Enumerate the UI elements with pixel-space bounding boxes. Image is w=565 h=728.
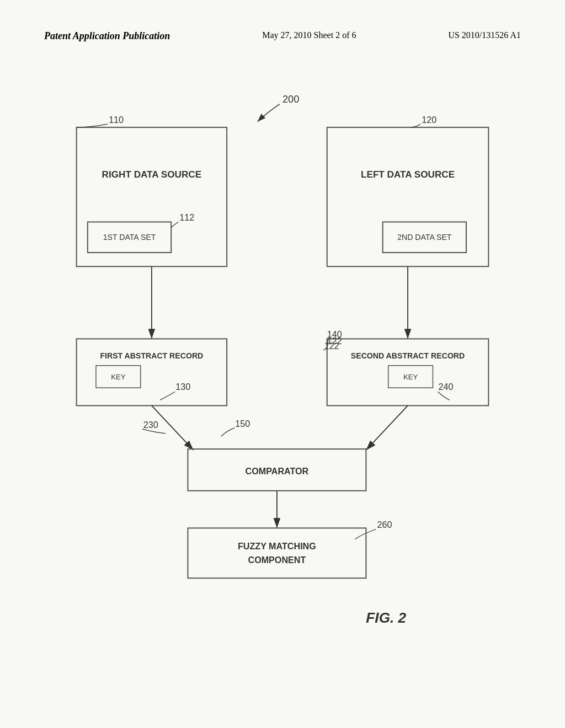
label-150: 150 [235,419,250,429]
label-110: 110 [109,115,124,125]
label-2nd-dataset: 2ND DATA SET [397,233,452,242]
fig-label: FIG. 2 [366,609,406,626]
label-140: 140 [327,329,342,339]
diagram-svg: 200 RIGHT DATA SOURCE 110 1ST DATA SET 1… [0,72,565,684]
box-first-abstract [77,339,227,405]
box-fuzzy-matching [188,528,366,578]
label-key-first: KEY [111,373,125,381]
bracket-130 [160,392,175,400]
label-key-second: KEY [403,373,418,381]
date-sheet-label: May 27, 2010 Sheet 2 of 6 [262,30,356,40]
diagram-area: 200 RIGHT DATA SOURCE 110 1ST DATA SET 1… [0,72,565,684]
label-fuzzy-line1: FUZZY MATCHING [238,541,316,551]
publication-label: Patent Application Publication [44,30,170,42]
label-230: 230 [143,420,158,430]
label-first-abstract: FIRST ABSTRACT RECORD [100,351,203,360]
bracket-240 [438,392,450,400]
label-122-positioned: 122 [324,341,339,351]
label-120: 120 [422,115,436,125]
page-header: Patent Application Publication May 27, 2… [0,0,565,53]
label-260: 260 [377,520,392,529]
label-comparator: COMPARATOR [246,466,309,476]
label-left-data-source: LEFT DATA SOURCE [361,169,455,180]
page: Patent Application Publication May 27, 2… [0,0,565,728]
bracket-112 [171,222,178,227]
label-112: 112 [179,212,194,222]
box-right-data-source [77,127,227,266]
patent-number-label: US 2010/131526 A1 [448,30,521,40]
bracket-230 [142,429,166,433]
arrow-second-to-comparator [366,405,408,450]
box-second-abstract [327,339,489,405]
arrow-200 [258,104,280,122]
label-right-data-source: RIGHT DATA SOURCE [102,169,202,180]
box-left-data-source [327,127,489,266]
label-200: 200 [282,94,299,105]
label-second-abstract: SECOND ABSTRACT RECORD [351,351,465,360]
label-1st-dataset: 1ST DATA SET [103,233,156,242]
label-240: 240 [439,382,454,392]
bracket-150 [221,428,234,436]
label-fuzzy-line2: COMPONENT [248,555,306,565]
label-130: 130 [175,382,190,392]
